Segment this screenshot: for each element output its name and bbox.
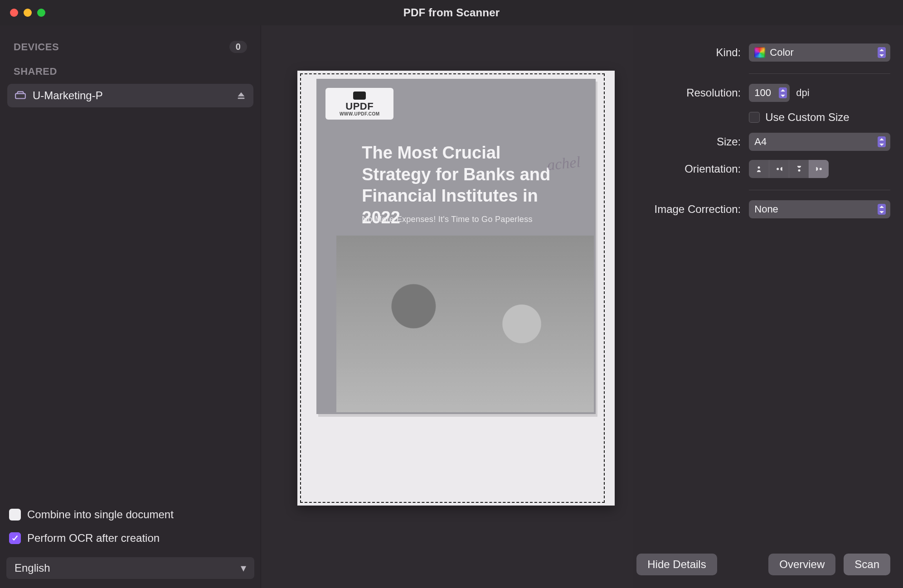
overview-label: Overview	[779, 558, 825, 571]
window-controls	[10, 9, 45, 17]
scan-label: Scan	[854, 558, 879, 571]
ocr-checkbox-row[interactable]: Perform OCR after creation	[6, 526, 254, 550]
titlebar: PDF from Scanner	[0, 0, 903, 25]
minimize-window-button[interactable]	[24, 9, 32, 17]
ocr-checkbox[interactable]	[9, 532, 21, 544]
resolution-label: Resolution:	[636, 87, 741, 99]
resolution-unit: dpi	[796, 87, 809, 99]
orientation-portrait-down[interactable]	[789, 160, 809, 178]
devices-count-badge: 0	[229, 41, 248, 53]
popup-indicator-icon	[878, 136, 886, 147]
scanned-page: UPDF WWW.UPDF.COM The Most Crucial Strat…	[316, 79, 596, 414]
page-logo-sub: WWW.UPDF.COM	[340, 111, 380, 116]
scan-preview[interactable]: UPDF WWW.UPDF.COM The Most Crucial Strat…	[297, 71, 615, 506]
footer: Hide Details Overview Scan	[636, 545, 890, 577]
sidebar-spacer	[6, 107, 254, 503]
settings-pane: Kind: Color Resolution: 100	[633, 25, 903, 588]
ocr-checkbox-label: Perform OCR after creation	[27, 532, 160, 545]
sidebar-section-shared-label: SHARED	[14, 66, 57, 77]
overview-button[interactable]: Overview	[768, 554, 835, 575]
orientation-segmented[interactable]	[749, 160, 829, 178]
svg-point-4	[798, 169, 800, 172]
use-custom-size-checkbox[interactable]	[749, 112, 760, 123]
page-logo-text: UPDF	[345, 101, 374, 112]
image-correction-label: Image Correction:	[636, 203, 741, 216]
scan-button[interactable]: Scan	[844, 554, 890, 575]
size-label: Size:	[636, 135, 741, 148]
ocr-language-select[interactable]: English ▾	[6, 557, 254, 579]
eject-icon[interactable]	[236, 91, 246, 101]
chevron-down-icon: ▾	[241, 562, 246, 574]
page-watermark: achel	[546, 153, 581, 174]
resolution-row: Resolution: 100 dpi	[636, 84, 890, 102]
popup-indicator-icon	[878, 204, 886, 215]
sidebar: DEVICES 0 SHARED U-Marketing-P	[0, 25, 261, 588]
image-correction-value: None	[754, 203, 778, 215]
resolution-value: 100	[754, 87, 771, 99]
settings-divider	[749, 73, 890, 74]
stepper-arrows-icon[interactable]	[779, 87, 787, 98]
kind-select[interactable]: Color	[749, 43, 890, 62]
sidebar-section-devices-label: DEVICES	[14, 41, 59, 53]
orientation-landscape-right[interactable]	[769, 160, 789, 178]
main: DEVICES 0 SHARED U-Marketing-P	[0, 25, 903, 588]
preview-pane: UPDF WWW.UPDF.COM The Most Crucial Strat…	[261, 25, 633, 588]
scanner-icon	[15, 91, 26, 101]
hide-details-label: Hide Details	[647, 558, 706, 571]
zoom-window-button[interactable]	[37, 9, 45, 17]
page-subtitle: No More Expenses! It's Time to Go Paperl…	[362, 215, 568, 224]
custom-size-row: Use Custom Size	[636, 111, 890, 124]
image-correction-select[interactable]: None	[749, 200, 890, 218]
page-photo	[336, 236, 594, 412]
kind-row: Kind: Color	[636, 43, 890, 62]
kind-value: Color	[770, 47, 794, 58]
use-custom-size-label: Use Custom Size	[765, 111, 849, 124]
ocr-language-value: English	[15, 562, 50, 574]
sidebar-device-item[interactable]: U-Marketing-P	[7, 84, 253, 107]
hide-details-button[interactable]: Hide Details	[636, 554, 717, 575]
combine-checkbox-label: Combine into single document	[27, 508, 174, 521]
combine-checkbox[interactable]	[9, 509, 21, 521]
image-correction-row: Image Correction: None	[636, 200, 890, 218]
orientation-portrait-up[interactable]	[749, 160, 769, 178]
close-window-button[interactable]	[10, 9, 18, 17]
page-logo: UPDF WWW.UPDF.COM	[325, 88, 393, 120]
svg-point-5	[820, 168, 822, 170]
combine-checkbox-row[interactable]: Combine into single document	[6, 503, 254, 526]
svg-point-3	[777, 168, 779, 170]
svg-rect-1	[238, 98, 245, 99]
logo-mark-icon	[353, 92, 366, 100]
orientation-landscape-left[interactable]	[809, 160, 829, 178]
size-value: A4	[754, 136, 767, 148]
orientation-label: Orientation:	[636, 163, 741, 175]
window-title: PDF from Scanner	[403, 6, 500, 19]
sidebar-device-name: U-Marketing-P	[33, 89, 230, 102]
orientation-row: Orientation:	[636, 160, 890, 178]
resolution-stepper[interactable]: 100	[749, 84, 790, 102]
size-row: Size: A4	[636, 133, 890, 151]
svg-point-2	[758, 166, 760, 169]
size-select[interactable]: A4	[749, 133, 890, 151]
sidebar-section-devices: DEVICES 0	[6, 36, 254, 58]
popup-indicator-icon	[878, 47, 886, 58]
sidebar-section-shared: SHARED	[6, 58, 254, 82]
settings-divider-2	[749, 190, 890, 190]
svg-rect-0	[15, 94, 25, 99]
kind-label: Kind:	[636, 46, 741, 59]
color-swatch-icon	[754, 47, 765, 58]
